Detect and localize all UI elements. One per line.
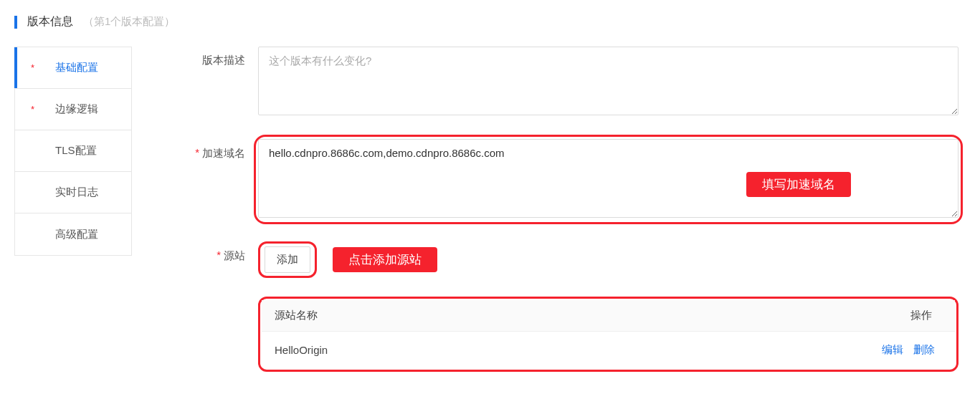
sidebar-item-label: 基础配置 — [55, 61, 98, 75]
col-actions: 操作 — [840, 300, 955, 332]
origin-table-highlight: 源站名称 操作 HelloOrigin 编辑 删除 — [258, 297, 958, 372]
config-sidebar: * 基础配置 * 边缘逻辑 TLS配置 实时日志 高级配置 — [14, 47, 132, 256]
sidebar-item-edge-logic[interactable]: * 边缘逻辑 — [15, 89, 131, 130]
row-domains: *加速域名 填写加速域名 — [172, 139, 958, 220]
label-origin: *源站 — [172, 241, 258, 263]
required-marker: * — [31, 104, 34, 115]
domains-input[interactable] — [258, 139, 958, 218]
callout-domain-hint: 填写加速域名 — [746, 172, 851, 197]
section-header: 版本信息 （第1个版本配置） — [14, 14, 966, 29]
required-marker: * — [31, 62, 34, 73]
sidebar-item-basic-config[interactable]: * 基础配置 — [15, 47, 131, 89]
description-input[interactable] — [258, 47, 958, 115]
row-description: 版本描述 — [172, 47, 958, 117]
origin-name-cell: HelloOrigin — [262, 332, 840, 369]
sidebar-item-label: 高级配置 — [55, 228, 98, 241]
add-origin-button[interactable]: 添加 — [265, 246, 310, 273]
sidebar-item-label: 边缘逻辑 — [55, 102, 98, 116]
row-origin: *源站 添加 点击添加源站 源站名称 操作 — [172, 241, 958, 372]
label-text: 版本描述 — [202, 54, 245, 66]
callout-add-origin-hint: 点击添加源站 — [333, 247, 437, 272]
sidebar-item-advanced-config[interactable]: 高级配置 — [15, 213, 131, 255]
sidebar-item-realtime-log[interactable]: 实时日志 — [15, 172, 131, 213]
required-marker: * — [217, 249, 221, 261]
sidebar-item-label: TLS配置 — [55, 144, 97, 158]
col-origin-name: 源站名称 — [262, 300, 840, 332]
label-text: 加速域名 — [202, 147, 245, 159]
form-content: 版本描述 *加速域名 填写加速域名 *源站 — [172, 47, 966, 372]
origin-actions-cell: 编辑 删除 — [840, 332, 955, 369]
required-marker: * — [195, 146, 199, 158]
sidebar-item-tls-config[interactable]: TLS配置 — [15, 130, 131, 172]
edit-link[interactable]: 编辑 — [882, 343, 903, 355]
label-description: 版本描述 — [172, 47, 258, 67]
page-subtitle: （第1个版本配置） — [83, 15, 175, 29]
header-accent-bar — [14, 16, 17, 29]
table-row: HelloOrigin 编辑 删除 — [262, 332, 955, 369]
sidebar-item-label: 实时日志 — [55, 186, 98, 199]
origin-table: 源站名称 操作 HelloOrigin 编辑 删除 — [262, 300, 955, 368]
page-title: 版本信息 — [27, 14, 73, 29]
delete-link[interactable]: 删除 — [913, 343, 935, 355]
label-domains: *加速域名 — [172, 139, 258, 160]
highlight-add-origin: 添加 — [258, 241, 317, 278]
label-text: 源站 — [224, 249, 245, 261]
